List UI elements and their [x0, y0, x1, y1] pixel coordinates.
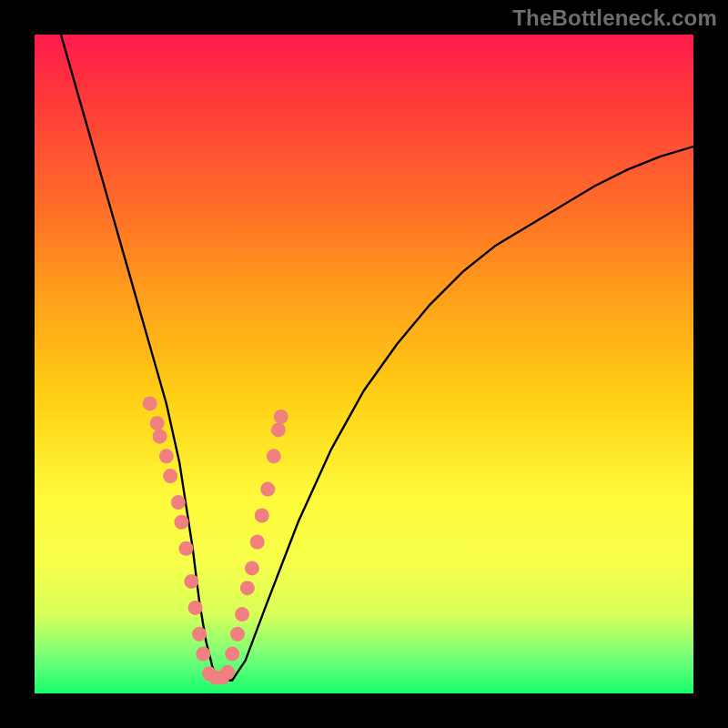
data-point	[192, 627, 207, 642]
data-point	[184, 574, 198, 589]
dots-valley	[202, 665, 235, 685]
chart-plot-area	[35, 35, 693, 693]
data-point	[255, 509, 269, 523]
data-point	[163, 469, 177, 483]
data-point	[274, 410, 288, 424]
dots-right-branch	[225, 410, 288, 662]
data-point	[174, 515, 188, 530]
data-point	[225, 647, 239, 662]
dots-left-branch	[143, 396, 211, 661]
data-point	[143, 396, 157, 410]
data-point	[196, 647, 210, 662]
data-point	[245, 561, 259, 575]
chart-svg	[35, 35, 693, 693]
data-point	[250, 534, 265, 549]
data-point	[230, 627, 245, 642]
data-point	[153, 430, 167, 444]
data-point	[150, 416, 165, 430]
bottleneck-curve	[61, 35, 693, 681]
data-point	[159, 449, 174, 463]
data-point	[267, 449, 281, 463]
data-point	[220, 665, 235, 680]
data-point	[240, 581, 255, 595]
data-point	[235, 607, 249, 622]
data-point	[179, 541, 194, 556]
data-point	[271, 422, 286, 437]
data-point	[171, 495, 186, 510]
data-point	[188, 601, 203, 615]
watermark-label: TheBottleneck.com	[512, 5, 717, 31]
data-point	[260, 482, 275, 497]
